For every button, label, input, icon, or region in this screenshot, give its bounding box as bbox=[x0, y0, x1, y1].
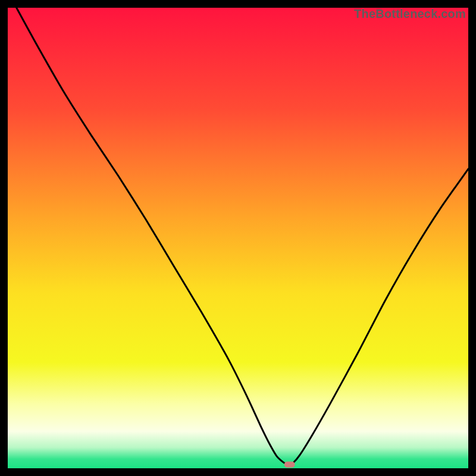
gradient-background bbox=[8, 8, 468, 468]
watermark-text: TheBottleneck.com bbox=[354, 7, 466, 21]
bottleneck-chart bbox=[8, 8, 468, 468]
chart-frame: TheBottleneck.com bbox=[8, 8, 468, 468]
min-point-marker bbox=[284, 462, 295, 468]
